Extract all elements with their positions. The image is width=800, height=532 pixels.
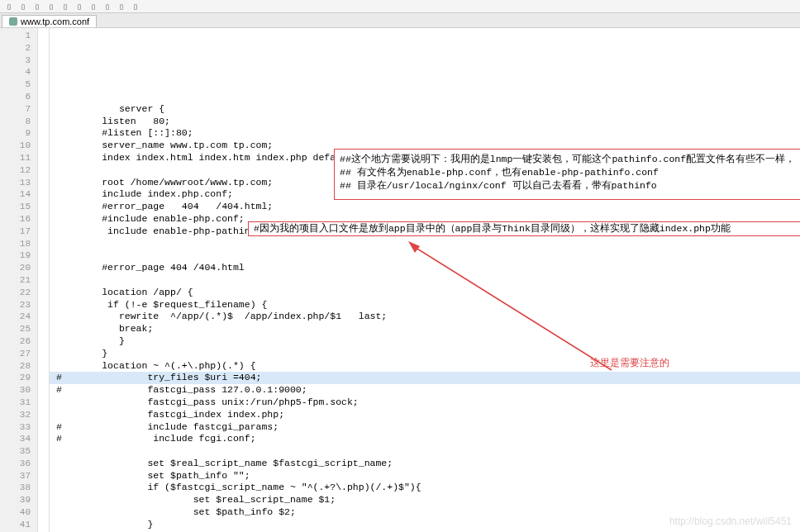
- annotation-line: ## 有文件名为enable-php.conf，也有enable-php-pat…: [340, 166, 800, 179]
- code-line[interactable]: # include fcgi.conf;: [50, 433, 800, 445]
- tool-icon[interactable]: ▯: [45, 1, 57, 12]
- tool-icon[interactable]: ▯: [74, 1, 85, 12]
- code-line[interactable]: if (!-e $request_filename) {: [50, 299, 800, 311]
- tool-icon[interactable]: ▯: [130, 1, 141, 12]
- code-line[interactable]: location /app/ {: [50, 287, 800, 299]
- tool-icon[interactable]: ▯: [88, 1, 99, 12]
- code-line[interactable]: location ~ ^(.+\.php)(.*) {: [50, 360, 800, 373]
- code-line[interactable]: server {: [50, 103, 800, 116]
- code-line[interactable]: fastcgi_pass unix:/run/php5-fpm.sock;: [50, 397, 800, 409]
- code-line[interactable]: #listen [::]:80;: [50, 127, 800, 140]
- annotation-line: ##这个地方需要说明下：我用的是lnmp一键安装包，可能这个pathinfo.c…: [340, 153, 800, 166]
- annotation-text: #因为我的项目入口文件是放到app目录中的（app目录与Think目录同级），这…: [254, 223, 731, 234]
- code-line[interactable]: set $path_info "";: [50, 470, 800, 482]
- code-area[interactable]: ##这个地方需要说明下：我用的是lnmp一键安装包，可能这个pathinfo.c…: [50, 28, 800, 532]
- code-line[interactable]: rewrite ^/app/(.*)$ /app/index.php/$1 la…: [50, 311, 800, 323]
- code-line[interactable]: #error_page 404 /404.html: [50, 262, 800, 274]
- file-icon: [9, 17, 17, 26]
- code-line[interactable]: [50, 445, 800, 458]
- annotation-box-2: #因为我的项目入口文件是放到app目录中的（app目录与Think目录同级），这…: [248, 221, 800, 236]
- code-line[interactable]: # fastcgi_pass 127.0.0.1:9000;: [50, 384, 800, 397]
- code-line[interactable]: }: [50, 348, 800, 360]
- tab-bar: www.tp.com.conf: [0, 13, 800, 28]
- code-line[interactable]: # include fastcgi_params;: [50, 421, 800, 434]
- annotation-box-1: ##这个地方需要说明下：我用的是lnmp一键安装包，可能这个pathinfo.c…: [334, 149, 800, 200]
- fold-column: [38, 28, 50, 532]
- line-numbers: 1234567891011121314151617181920212223242…: [0, 28, 38, 532]
- tab-label: www.tp.com.conf: [21, 17, 89, 26]
- editor: 1234567891011121314151617181920212223242…: [0, 28, 800, 532]
- code-line[interactable]: break;: [50, 323, 800, 335]
- code-line[interactable]: # try_files $uri =404;: [50, 372, 800, 384]
- tool-icon[interactable]: ▯: [102, 1, 113, 12]
- code-line[interactable]: fastcgi_index index.php;: [50, 409, 800, 421]
- tool-icon[interactable]: ▯: [116, 1, 127, 12]
- annotation-line: ## 目录在/usr/local/nginx/conf 可以自己去看看，带有pa…: [340, 179, 800, 192]
- watermark: http://blog.csdn.net/will5451: [669, 515, 792, 527]
- code-line[interactable]: set $real_script_name $fastcgi_script_na…: [50, 458, 800, 470]
- file-tab[interactable]: www.tp.com.conf: [2, 15, 97, 27]
- tool-icon[interactable]: ▯: [60, 1, 71, 12]
- tool-icon[interactable]: ▯: [3, 1, 15, 12]
- toolbar: ▯ ▯ ▯ ▯ ▯ ▯ ▯ ▯ ▯ ▯: [0, 0, 800, 13]
- code-line[interactable]: listen 80;: [50, 116, 800, 128]
- tool-icon[interactable]: ▯: [17, 1, 29, 12]
- red-note: 这里是需要注意的: [590, 357, 669, 369]
- code-line[interactable]: #error_page 404 /404.html;: [50, 201, 800, 213]
- code-line[interactable]: [50, 274, 800, 287]
- tool-icon[interactable]: ▯: [31, 1, 43, 12]
- code-line[interactable]: [50, 249, 800, 262]
- code-line[interactable]: set $real_script_name $1;: [50, 494, 800, 506]
- code-line[interactable]: [50, 238, 800, 250]
- code-line[interactable]: }: [50, 335, 800, 348]
- code-line[interactable]: if ($fastcgi_script_name ~ "^(.+?\.php)(…: [50, 482, 800, 494]
